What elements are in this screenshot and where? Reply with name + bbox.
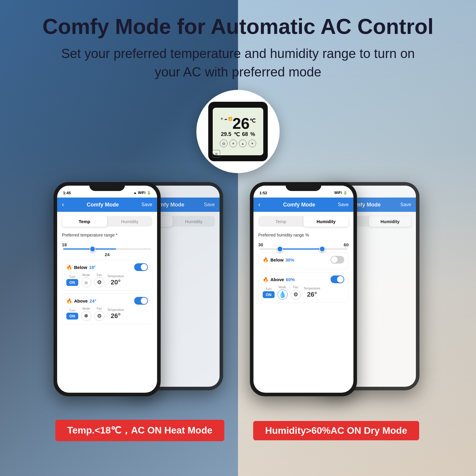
slider-left: 18 24 [62, 242, 152, 257]
status-icons-right: WiFi 🔋 [334, 191, 347, 195]
toggle-below-left[interactable] [134, 263, 148, 271]
ac-mode-icon-left[interactable]: ☼ [81, 277, 91, 287]
save-btn-behind-left[interactable]: Save [204, 202, 215, 207]
phones-left: ‹ Comfy Mode Save Temp Humidity ... [54, 182, 226, 414]
bottom-labels-row: Temp.<18℃，AC ON Heat Mode Humidity>60%AC… [0, 417, 476, 444]
down-icon[interactable]: ▼ [248, 140, 256, 147]
below-section-right: 🔥 Below 30% [258, 253, 349, 269]
ac-fan-col-above-right: Fan ⚙ [291, 286, 301, 300]
below-header-right: 🔥 Below 30% [263, 256, 344, 264]
device-circle: ❄ ☁ 📶 26 ℃ 29.5 ℃ 68 % ⏻ ❄ ▲ ▼ [196, 90, 280, 173]
notch-left [89, 182, 125, 191]
device-sub-readings: 29.5 ℃ 68 % [221, 131, 255, 138]
toggle-knob-below-left [141, 264, 147, 270]
above-val-right: 60% [286, 277, 295, 282]
above-header-right: 🔥 Above 60% [263, 275, 344, 283]
ac-mode-col-above-right: Mode 💧 [278, 286, 288, 300]
save-btn-left[interactable]: Save [142, 202, 152, 207]
ac-fan-icon-above-right[interactable]: ⚙ [291, 289, 301, 300]
ac-fan-icon-left[interactable]: ⚙ [94, 277, 104, 287]
grid-icon[interactable]: ⊞ [212, 150, 220, 158]
device-icons-row: ⏻ ❄ ▲ ▼ [220, 140, 256, 147]
above-section-right: 🔥 Above 60% [258, 272, 349, 303]
app-header-left: ‹ Comfy Mode Save [57, 198, 157, 212]
above-section-left: 🔥 Above 24° [62, 294, 152, 324]
toggle-knob-above-right [337, 276, 344, 283]
app-header-right: ‹ Comfy Mode Save [253, 198, 353, 212]
ac-fan-col-left: Fan ⚙ [94, 273, 104, 287]
ac-mode-icon-above-right[interactable]: 💧 [278, 289, 288, 300]
range-label-right: Preferred humidity range % [258, 233, 349, 237]
slider-thumb-right-low[interactable] [277, 246, 283, 252]
slider-values-left: 18 [62, 242, 152, 247]
save-btn-behind-right[interactable]: Save [400, 202, 411, 207]
ac-on-btn-above-left[interactable]: ON [66, 313, 78, 320]
device-temp: 26 [232, 116, 250, 131]
phone-outer-left: 1:45 ▲ WiFi 🔋 ‹ Comfy Mode Save [54, 182, 161, 396]
above-title-right: 🔥 Above 60% [263, 277, 295, 282]
bottom-label-right-item: Humidity>60%AC ON Dry Mode [250, 417, 422, 444]
app-title-right: Comfy Mode [283, 202, 315, 208]
slider-right: 30 60 [258, 242, 349, 250]
time-right: 1:52 [259, 191, 267, 195]
phones-right: ‹ Comfy Mode Save Temp Humidity ... [250, 182, 422, 414]
page-subtitle: Set your preferred temperature and humid… [24, 44, 452, 81]
back-btn-right[interactable]: ‹ [258, 201, 260, 209]
ac-on-btn-left[interactable]: ON [66, 279, 78, 286]
above-val-left: 24° [90, 298, 96, 303]
app-content-left: Preferred temperature range * 18 [57, 230, 157, 393]
device-container: ❄ ☁ 📶 26 ℃ 29.5 ℃ 68 % ⏻ ❄ ▲ ▼ [0, 90, 476, 173]
ac-temp-val-below-left: 20° [111, 278, 120, 286]
phone-screen-right: 1:52 WiFi 🔋 ‹ Comfy Mode Save [253, 186, 353, 393]
toggle-knob-below-right [331, 256, 338, 263]
toggle-above-left[interactable] [134, 297, 148, 305]
seg-ctrl-right: Temp Humidity [258, 216, 349, 227]
main-container: Comfy Mode for Automatic AC Control Set … [0, 0, 476, 476]
flame-icon-below-right: 🔥 [263, 257, 269, 263]
seg-humidity-right[interactable]: Humidity [303, 216, 349, 227]
up-icon[interactable]: ▲ [239, 140, 247, 147]
ac-turn-col-above-left: Turn ON [66, 309, 78, 320]
below-val-left: 18° [89, 265, 96, 270]
bottom-label-text-left: Temp.<18℃，AC ON Heat Mode [55, 420, 224, 441]
slider-track-left[interactable] [63, 248, 151, 250]
above-title-left: 🔥 Above 24° [66, 298, 96, 304]
slider-track-right[interactable] [259, 248, 347, 250]
seg-humidity-behind-left[interactable]: Humidity [173, 216, 215, 227]
phone-front-right: 1:52 WiFi 🔋 ‹ Comfy Mode Save [250, 182, 357, 396]
ac-fan-icon-above-left[interactable]: ⚙ [94, 311, 104, 321]
ac-temp-col-left: Temperature 20° [107, 275, 124, 286]
seg-temp-right[interactable]: Temp [258, 216, 303, 227]
bottom-label-right: Humidity>60%AC ON Dry Mode [253, 417, 419, 444]
seg-humidity-behind-right[interactable]: Humidity [369, 216, 411, 227]
ac-settings-below-left: Turn ON Mode ☼ Fan ⚙ [66, 273, 148, 287]
flame-icon-below-left: 🔥 [66, 264, 72, 270]
save-btn-right[interactable]: Save [338, 202, 349, 207]
bottom-label-text-right: Humidity>60%AC ON Dry Mode [253, 421, 419, 440]
phone-outer-right: 1:52 WiFi 🔋 ‹ Comfy Mode Save [250, 182, 357, 396]
app-content-right: Preferred humidity range % 30 60 [253, 230, 353, 393]
ac-mode-icon-above-left[interactable]: ❄ [81, 311, 91, 321]
snowflake-icon[interactable]: ❄ [229, 140, 237, 147]
slider-thumb-left[interactable] [90, 246, 95, 252]
device-body: ❄ ☁ 📶 26 ℃ 29.5 ℃ 68 % ⏻ ❄ ▲ ▼ [208, 102, 268, 161]
seg-humidity-left[interactable]: Humidity [107, 216, 152, 227]
ac-fan-col-above-left: Fan ⚙ [94, 307, 104, 321]
phone-front-left: 1:45 ▲ WiFi 🔋 ‹ Comfy Mode Save [54, 182, 161, 396]
page-title: Comfy Mode for Automatic AC Control [24, 15, 452, 38]
toggle-above-right[interactable] [331, 275, 344, 283]
toggle-knob-above-left [141, 298, 147, 304]
bottom-label-left-item: Temp.<18℃，AC ON Heat Mode [54, 417, 226, 444]
back-btn-left[interactable]: ‹ [62, 201, 64, 209]
ac-temp-val-above-right: 26° [307, 291, 317, 298]
slider-thumb-right-high[interactable] [319, 246, 325, 252]
ac-on-btn-above-right[interactable]: ON [263, 291, 275, 298]
phone-screen-left: 1:45 ▲ WiFi 🔋 ‹ Comfy Mode Save [57, 186, 157, 393]
ac-settings-above-left: Turn ON Mode ❄ Fan ⚙ [66, 307, 148, 321]
seg-temp-left[interactable]: Temp [62, 216, 107, 227]
toggle-below-right[interactable] [331, 256, 344, 264]
below-title-left: 🔥 Below 18° [66, 264, 96, 270]
above-header-left: 🔥 Above 24° [66, 297, 148, 305]
power-icon[interactable]: ⏻ [220, 140, 228, 147]
flame-icon-above-left: 🔥 [66, 298, 72, 304]
